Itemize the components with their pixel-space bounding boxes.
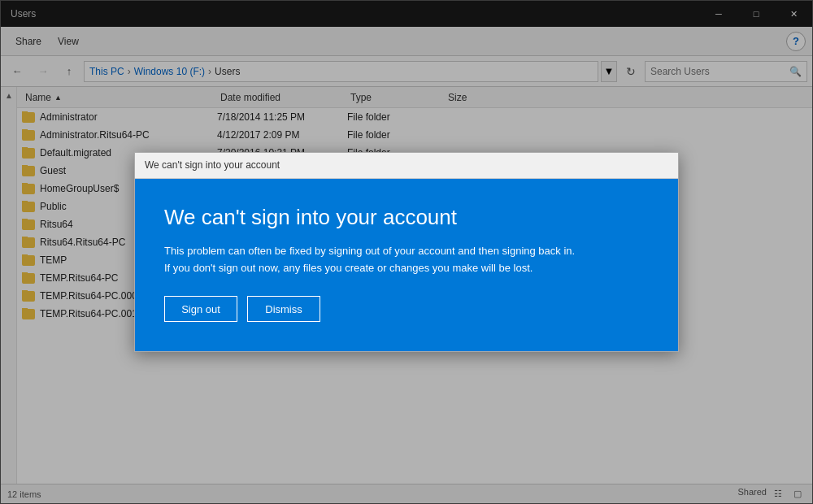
dialog-body: We can't sign into your account This pro…	[135, 179, 678, 352]
sign-out-button[interactable]: Sign out	[164, 296, 237, 322]
dialog-message: This problem can often be fixed by signi…	[164, 243, 649, 277]
dialog-buttons: Sign out Dismiss	[164, 296, 649, 322]
dialog-heading: We can't sign into your account	[164, 205, 649, 230]
file-explorer-window: Users ─ □ ✕ Share View ? ← → ↑ This PC ›…	[0, 0, 813, 504]
sign-in-error-dialog: We can't sign into your account We can't…	[134, 152, 679, 353]
dialog-title-bar: We can't sign into your account	[135, 153, 678, 179]
dialog-overlay: We can't sign into your account We can't…	[0, 0, 813, 504]
dialog-title-text: We can't sign into your account	[145, 159, 280, 171]
dismiss-button[interactable]: Dismiss	[247, 296, 320, 322]
